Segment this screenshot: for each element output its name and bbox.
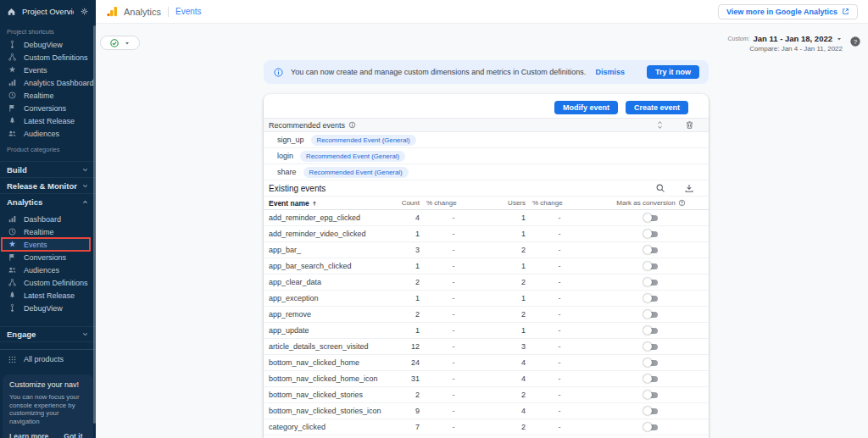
event-name-cell[interactable]: bottom_nav_clicked_home: [264, 358, 386, 367]
sidebar-section-analytics[interactable]: Analytics: [0, 193, 96, 209]
view-more-button[interactable]: View more in Google Analytics: [718, 4, 858, 19]
sidebar-section-engage[interactable]: Engage: [0, 326, 96, 342]
count-cell: 31: [386, 374, 420, 383]
sidebar-item-audiences[interactable]: Audiences: [0, 127, 96, 140]
event-name-cell[interactable]: bottom_nav_clicked_stories_icon: [264, 407, 386, 415]
column-count[interactable]: Count: [386, 199, 420, 207]
recommended-event-row: shareRecommended Event (General): [264, 164, 709, 180]
download-icon[interactable]: [684, 183, 694, 193]
event-name-cell[interactable]: category_clicked: [264, 423, 386, 431]
event-name-cell[interactable]: article_details_screen_visited: [264, 342, 386, 351]
conversion-toggle[interactable]: [643, 230, 659, 238]
sidebar-item-events[interactable]: Events: [2, 238, 90, 251]
sidebar-item-custom-definitions[interactable]: Custom Definitions: [0, 276, 96, 289]
search-icon[interactable]: [655, 183, 665, 193]
audience-filter-chip[interactable]: [100, 36, 140, 50]
sidebar-item-realtime[interactable]: Realtime: [0, 225, 96, 238]
sidebar-section-build[interactable]: Build: [0, 161, 96, 177]
sidebar-section-release-monitor[interactable]: Release & Monitor: [0, 177, 96, 193]
trash-icon[interactable]: [685, 120, 694, 130]
change-cell: -: [420, 246, 487, 254]
table-row: app_bar_3-2-: [264, 242, 709, 258]
event-name-cell[interactable]: app_update: [264, 326, 386, 335]
conversion-toggle[interactable]: [643, 262, 659, 270]
conversion-toggle[interactable]: [643, 391, 659, 399]
conversion-toggle[interactable]: [643, 342, 659, 351]
conversion-toggle[interactable]: [643, 358, 659, 367]
column-change[interactable]: % change: [420, 199, 487, 207]
learn-more-button[interactable]: Learn more: [9, 432, 48, 438]
recommended-events-list: sign_upRecommended Event (General)loginR…: [264, 132, 709, 180]
conversion-toggle[interactable]: [643, 310, 659, 319]
column-users-change[interactable]: % change: [526, 199, 593, 207]
change-cell: -: [420, 423, 487, 431]
topbar: Analytics Events View more in Google Ana…: [96, 0, 868, 24]
conversion-toggle[interactable]: [643, 407, 659, 415]
table-row: app_bar_search_clicked1-1-: [264, 258, 709, 274]
table-row: add_reminder_epg_clicked4-1-: [264, 210, 709, 226]
sidebar-item-debugview[interactable]: DebugView: [0, 38, 96, 51]
event-name-cell[interactable]: bottom_nav_clicked_home_icon: [264, 374, 386, 383]
conversion-toggle[interactable]: [643, 278, 659, 286]
event-name-cell[interactable]: bottom_nav_clicked_stories: [264, 391, 386, 399]
column-users[interactable]: Users: [487, 199, 526, 207]
app: Project Overview Project shortcuts Debug…: [0, 0, 868, 438]
dismiss-button[interactable]: Dismiss: [595, 68, 625, 76]
users-change-cell: -: [526, 391, 593, 399]
modify-event-button[interactable]: Modify event: [554, 101, 618, 114]
existing-events-title: Existing events: [269, 184, 637, 193]
project-overview-row[interactable]: Project Overview: [0, 0, 96, 22]
count-cell: 1: [386, 262, 420, 270]
date-picker[interactable]: Custom: Jan 11 - Jan 18, 2022 Compare: J…: [727, 34, 843, 53]
help-icon[interactable]: ?: [849, 36, 861, 47]
users-change-cell: -: [526, 423, 593, 431]
conversion-toggle[interactable]: [643, 374, 659, 383]
sidebar-item-analytics-dashboard[interactable]: Analytics Dashboard: [0, 76, 96, 89]
unfold-icon[interactable]: [655, 120, 665, 130]
event-name-cell[interactable]: app_remove: [264, 310, 386, 319]
event-name-cell[interactable]: app_bar_search_clicked: [264, 262, 386, 270]
users-change-cell: -: [526, 213, 593, 222]
sidebar-item-realtime[interactable]: Realtime: [0, 89, 96, 102]
recommended-event-tag[interactable]: Recommended Event (General): [300, 151, 405, 162]
info-banner: You can now create and manage custom dim…: [264, 60, 709, 84]
conversion-toggle[interactable]: [643, 294, 659, 302]
custom-definitions-icon: [7, 278, 17, 287]
sidebar-item-latest-release[interactable]: Latest Release: [0, 289, 96, 302]
product-categories-label: Product categories: [0, 140, 96, 156]
event-name-cell[interactable]: app_bar_: [264, 246, 386, 254]
audiences-icon: [7, 129, 17, 138]
product-name: Analytics: [124, 7, 161, 17]
conversion-toggle[interactable]: [643, 246, 659, 254]
sidebar-item-audiences[interactable]: Audiences: [0, 263, 96, 276]
help-outline-icon: [678, 199, 686, 207]
event-name-cell[interactable]: app_exception: [264, 294, 386, 302]
got-it-button[interactable]: Got it: [64, 432, 82, 438]
recommended-event-tag[interactable]: Recommended Event (General): [311, 135, 416, 146]
sidebar-item-all-products[interactable]: All products: [0, 352, 96, 367]
conversion-toggle[interactable]: [643, 213, 659, 222]
conversion-toggle[interactable]: [643, 326, 659, 335]
sidebar-item-conversions[interactable]: Conversions: [0, 251, 96, 263]
users-cell: 1: [487, 326, 526, 335]
users-change-cell: -: [526, 310, 593, 319]
event-name-cell[interactable]: app_clear_data: [264, 278, 386, 286]
recommended-event-tag[interactable]: Recommended Event (General): [303, 167, 409, 178]
sidebar-item-latest-release[interactable]: Latest Release: [0, 114, 96, 127]
sidebar-item-dashboard[interactable]: Dashboard: [0, 213, 96, 225]
column-event-name[interactable]: Event name: [264, 199, 386, 208]
event-name-cell[interactable]: add_reminder_video_clicked: [264, 230, 386, 238]
caret-down-icon: [836, 36, 843, 42]
date-compare-label: Compare: Jan 4 - Jan 11, 2022: [727, 45, 843, 53]
create-event-button[interactable]: Create event: [626, 101, 688, 114]
gear-icon[interactable]: [80, 7, 89, 16]
sidebar-item-debugview[interactable]: DebugView: [0, 302, 96, 314]
sidebar-item-events[interactable]: Events: [0, 64, 96, 76]
change-cell: -: [420, 407, 487, 415]
sidebar-item-custom-definitions[interactable]: Custom Definitions: [0, 51, 96, 64]
banner-message: You can now create and manage custom dim…: [291, 68, 588, 76]
try-it-now-button[interactable]: Try it now: [647, 65, 699, 79]
event-name-cell[interactable]: add_reminder_epg_clicked: [264, 213, 386, 222]
conversion-toggle[interactable]: [643, 423, 659, 431]
sidebar-item-conversions[interactable]: Conversions: [0, 102, 96, 114]
